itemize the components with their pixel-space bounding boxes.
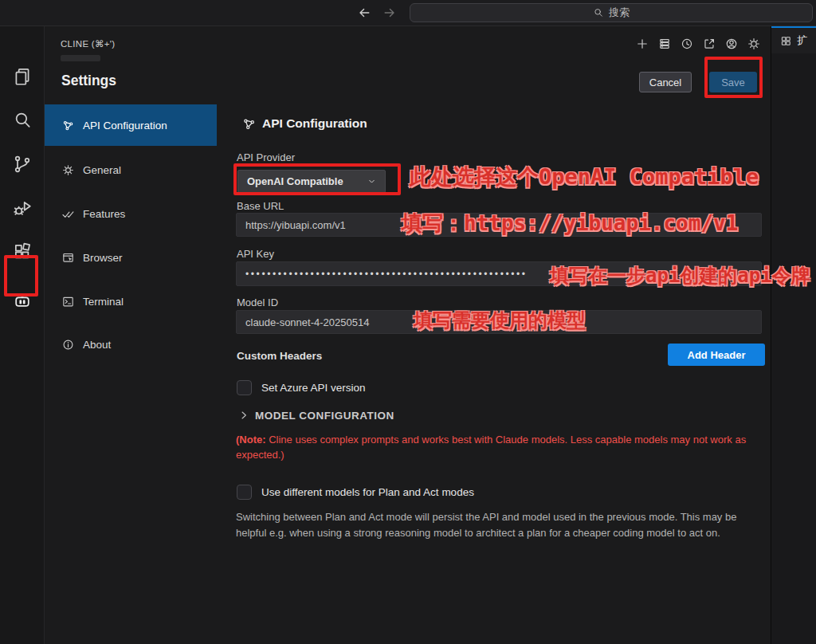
api-provider-label: API Provider [237, 151, 295, 163]
nav-item-browser[interactable]: Browser [45, 240, 217, 275]
nav-item-label: Terminal [83, 296, 124, 308]
double-check-icon [61, 207, 75, 221]
plan-act-models-label: Use different models for Plan and Act mo… [261, 486, 474, 498]
vscode-window: 搜索 扩 CLINE (⌘+') [0, 0, 816, 644]
api-key-masked-value: ••••••••••••••••••••••••••••••••••••••••… [245, 269, 542, 280]
nav-item-label: General [83, 164, 121, 176]
activity-bar [0, 26, 45, 644]
azure-api-version-checkbox[interactable] [237, 380, 252, 395]
api-config-icon [61, 119, 75, 132]
plan-act-models-checkbox[interactable] [237, 485, 252, 500]
azure-api-version-label: Set Azure API version [261, 382, 366, 394]
settings-gear-icon[interactable] [747, 37, 761, 51]
plan-act-description: Switching between Plan and Act mode will… [236, 509, 763, 540]
api-config-icon [241, 116, 257, 132]
run-debug-icon[interactable] [12, 198, 33, 218]
base-url-value: https://yibuapi.com/v1 [245, 219, 346, 231]
search-icon [593, 7, 604, 18]
custom-headers-label: Custom Headers [237, 350, 322, 362]
api-provider-select[interactable]: OpenAI Compatible [237, 170, 386, 193]
add-header-button[interactable]: Add Header [668, 344, 765, 366]
model-configuration-toggle[interactable]: MODEL CONFIGURATION [255, 410, 394, 422]
explorer-icon[interactable] [12, 66, 33, 87]
page-title: Settings [61, 73, 116, 89]
api-key-label: API Key [237, 248, 274, 260]
nav-item-terminal[interactable]: Terminal [45, 284, 217, 319]
info-icon [61, 338, 75, 351]
extensions-icon[interactable] [12, 242, 33, 262]
nav-item-general[interactable]: General [45, 152, 217, 187]
model-id-input[interactable]: claude-sonnet-4-20250514 [236, 310, 762, 334]
chevron-down-icon [366, 175, 378, 187]
account-icon[interactable] [724, 37, 739, 51]
note-body: Cline uses complex prompts and works bes… [236, 434, 746, 461]
cancel-button[interactable]: Cancel [639, 72, 692, 92]
panel-toolbar [635, 37, 761, 51]
cline-robot-icon[interactable] [12, 291, 33, 312]
gear-icon [61, 163, 75, 177]
search-placeholder: 搜索 [609, 6, 630, 20]
nav-item-features[interactable]: Features [45, 196, 217, 231]
model-id-label: Model ID [237, 296, 278, 308]
browser-icon [61, 251, 75, 265]
open-external-icon[interactable] [702, 37, 716, 51]
cline-settings-panel: CLINE (⌘+') Settings Cancel Save API Con… [45, 26, 771, 644]
source-control-icon[interactable] [12, 154, 33, 175]
search-sidebar-icon[interactable] [12, 110, 33, 131]
extensions-grid-icon [780, 35, 792, 47]
nav-item-label: About [83, 339, 111, 351]
section-heading: API Configuration [262, 116, 367, 131]
window-titlebar: 搜索 [0, 0, 816, 26]
model-note: (Note: Cline uses complex prompts and wo… [236, 433, 760, 462]
nav-item-label: Features [83, 208, 125, 220]
nav-item-about[interactable]: About [45, 327, 217, 362]
api-provider-value: OpenAI Compatible [247, 175, 343, 187]
extensions-tab[interactable]: 扩 [771, 26, 816, 53]
model-id-value: claude-sonnet-4-20250514 [245, 316, 369, 328]
save-button[interactable]: Save [709, 72, 757, 92]
history-back-icon[interactable] [356, 5, 372, 21]
panel-title: CLINE (⌘+') [61, 38, 115, 49]
loading-bar [61, 55, 100, 61]
history-icon[interactable] [680, 37, 694, 51]
note-prefix: (Note: [236, 434, 266, 446]
nav-item-label: Browser [83, 252, 123, 264]
new-task-plus-icon[interactable] [635, 37, 649, 51]
history-forward-icon[interactable] [382, 5, 398, 21]
api-key-input[interactable]: ••••••••••••••••••••••••••••••••••••••••… [236, 261, 762, 286]
mcp-servers-icon[interactable] [657, 37, 672, 51]
base-url-label: Base URL [237, 200, 284, 212]
nav-item-api-configuration[interactable]: API Configuration [45, 104, 217, 146]
command-center-search[interactable]: 搜索 [410, 3, 813, 22]
nav-item-label: API Configuration [83, 120, 167, 132]
chevron-right-icon[interactable] [237, 409, 250, 422]
extensions-tab-label: 扩 [797, 33, 807, 48]
base-url-input[interactable]: https://yibuapi.com/v1 [236, 213, 762, 237]
terminal-icon [61, 295, 75, 308]
editor-area: 扩 [771, 26, 816, 644]
